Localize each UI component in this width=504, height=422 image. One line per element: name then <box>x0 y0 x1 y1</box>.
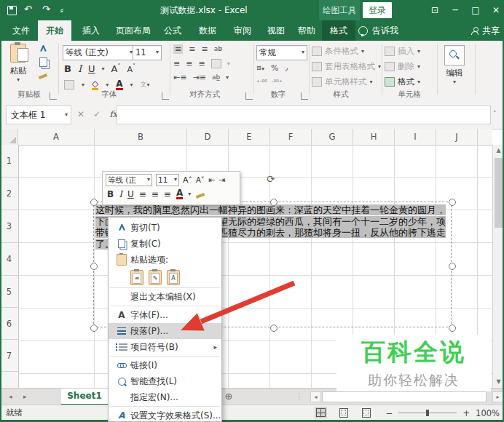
prev-sheet-icon[interactable]: ◂ <box>9 389 12 405</box>
rotate-handle-icon[interactable]: ⟳ <box>267 173 275 185</box>
bottom-align-button[interactable]: ≡ <box>201 45 208 53</box>
underline-dropdown-icon[interactable]: ▾ <box>102 65 105 72</box>
mini-format-painter-icon[interactable] <box>196 191 205 198</box>
font-size-select[interactable]: 11▾ <box>133 45 162 60</box>
close-icon[interactable]: ✕ <box>491 5 501 15</box>
comma-style-icon[interactable]: ٫ <box>285 63 288 73</box>
tell-me-box[interactable]: 告诉我 <box>358 20 398 41</box>
middle-align-button[interactable]: ≡ <box>189 45 195 53</box>
page-layout-view-button[interactable] <box>337 407 350 418</box>
mini-increase-font-button[interactable]: A˄ <box>183 175 192 185</box>
vertical-scroll-thumb[interactable] <box>495 158 503 228</box>
menu-item-assign-macro[interactable]: 指定宏(N)... <box>109 389 221 405</box>
fill-color-icon[interactable]: ◇ <box>92 79 98 90</box>
decrease-font-button[interactable]: A˅ <box>127 63 136 74</box>
column-header[interactable]: F <box>270 129 312 145</box>
tab-home[interactable]: 开始 <box>38 20 71 41</box>
tab-insert[interactable]: 插入 <box>74 20 108 41</box>
editing-group-button[interactable]: 编辑 ▾ <box>438 45 470 85</box>
mini-align-left-button[interactable]: ≡ <box>139 189 146 199</box>
confirm-entry-icon[interactable]: ✓ <box>93 109 101 119</box>
column-header[interactable]: H <box>353 129 395 145</box>
cut-icon[interactable] <box>39 45 47 53</box>
mini-bold-button[interactable]: B <box>107 189 114 199</box>
scroll-left-icon[interactable]: ◂ <box>310 391 321 402</box>
bold-button[interactable]: B <box>64 63 71 74</box>
decrease-indent-button[interactable]: ⇤≡ <box>173 73 186 81</box>
zoom-in-icon[interactable]: + <box>462 408 470 418</box>
paste-dropdown-icon[interactable]: ▾ <box>6 76 31 83</box>
maximize-icon[interactable]: □ <box>470 5 481 15</box>
mini-font-name-select[interactable]: 等线 (正▾ <box>106 174 152 186</box>
mini-increase-indent-icon[interactable]: ⇥ <box>218 175 225 185</box>
select-all-corner[interactable] <box>0 129 18 145</box>
column-header[interactable]: I <box>395 129 436 145</box>
column-header[interactable]: D <box>187 129 229 145</box>
sign-in-button[interactable]: 登录 <box>363 2 392 18</box>
tab-view[interactable]: 视图 <box>259 20 293 41</box>
name-box-dropdown-icon[interactable]: ▾ <box>65 106 68 124</box>
next-sheet-icon[interactable]: ▸ <box>23 389 27 405</box>
resize-handle-top-right[interactable] <box>449 199 456 206</box>
underline-button[interactable]: U <box>88 63 95 74</box>
menu-item-format-text-effects[interactable]: A设置文字效果格式(S)... <box>109 407 221 422</box>
menu-item-link[interactable]: 链接(I) <box>109 357 221 373</box>
zoom-level-label[interactable]: 100% <box>476 408 500 418</box>
resize-handle-top-middle[interactable] <box>270 199 277 206</box>
zoom-slider[interactable] <box>398 413 457 413</box>
resize-handle-bottom-middle[interactable] <box>270 325 277 332</box>
formula-input[interactable] <box>117 106 491 124</box>
resize-handle-top-left[interactable] <box>90 199 98 206</box>
decrease-decimal-icon[interactable]: ·⁰⁰⁺ <box>272 79 283 86</box>
row-header[interactable]: 6 <box>0 308 18 340</box>
italic-button[interactable]: I <box>78 63 82 74</box>
row-header[interactable]: 7 <box>0 340 18 372</box>
mini-decrease-indent-icon[interactable]: ⇤ <box>208 175 215 185</box>
new-sheet-icon[interactable]: ⊕ <box>223 391 235 402</box>
column-header[interactable]: B <box>95 129 187 145</box>
horizontal-scrollbar[interactable]: ⋮ ◂ ▸ <box>306 390 504 404</box>
alignment-dialog-launcher[interactable] <box>245 92 253 100</box>
paste-keep-text-only-icon[interactable]: A <box>167 270 180 285</box>
column-header[interactable]: A <box>18 129 95 145</box>
share-button[interactable]: 共享 <box>471 20 500 41</box>
number-dialog-launcher[interactable] <box>301 92 308 100</box>
align-center-button[interactable]: ≡ <box>186 60 192 68</box>
tab-page-layout[interactable]: 页面布局 <box>108 20 159 41</box>
mini-align-center-button[interactable]: ≡ <box>151 189 159 199</box>
font-dialog-launcher[interactable] <box>162 92 169 100</box>
zoom-slider-thumb[interactable] <box>426 410 429 416</box>
format-cells-button[interactable]: 格式▾ <box>385 76 420 87</box>
percent-style-icon[interactable]: % <box>271 63 278 73</box>
column-header[interactable]: E <box>229 129 270 145</box>
mini-font-color-icon[interactable]: A <box>176 188 183 199</box>
resize-handle-bottom-left[interactable] <box>90 325 98 332</box>
menu-item-bullets[interactable]: 项目符号(B)▸ <box>109 339 221 355</box>
number-format-select[interactable]: 常规▾ <box>256 45 307 60</box>
resize-handle-middle-right[interactable] <box>449 263 456 270</box>
sheet-tab-sheet1[interactable]: Sheet1 <box>61 389 108 405</box>
row-header[interactable]: 2 <box>0 178 18 210</box>
ribbon-display-options-icon[interactable]: ⊡ <box>430 5 440 15</box>
menu-item-paragraph[interactable]: 段落(P)... <box>109 323 221 339</box>
mini-decrease-font-button[interactable]: A˅ <box>196 176 205 184</box>
menu-item-smart-lookup[interactable]: 智能查找(L) <box>109 373 221 389</box>
menu-item-cut[interactable]: 剪切(T) <box>109 220 221 236</box>
column-header[interactable]: J <box>436 129 478 145</box>
orientation-button[interactable]: ab̷ <box>214 46 222 52</box>
align-right-button[interactable]: ≡ <box>198 60 205 68</box>
copy-icon[interactable] <box>39 57 47 67</box>
tab-splitter-handle[interactable]: ⋮ <box>296 392 304 400</box>
paste-button[interactable]: 粘贴 ▾ <box>6 44 31 86</box>
paste-merge-formatting-icon[interactable]: ✎ <box>149 270 162 285</box>
paste-keep-source-formatting-icon[interactable]: ≡ <box>130 270 143 285</box>
format-painter-icon[interactable] <box>39 71 47 79</box>
increase-indent-button[interactable]: ⇥≡ <box>192 73 205 81</box>
font-color-icon[interactable]: A <box>116 79 122 90</box>
resize-handle-bottom-right[interactable] <box>449 325 456 332</box>
borders-icon[interactable] <box>64 80 74 89</box>
mini-italic-button[interactable]: I <box>119 189 122 199</box>
row-header[interactable]: 5 <box>0 276 18 308</box>
tab-file[interactable]: 文件 <box>4 20 38 41</box>
font-name-select[interactable]: 等线 (正文)▾ <box>63 45 135 60</box>
